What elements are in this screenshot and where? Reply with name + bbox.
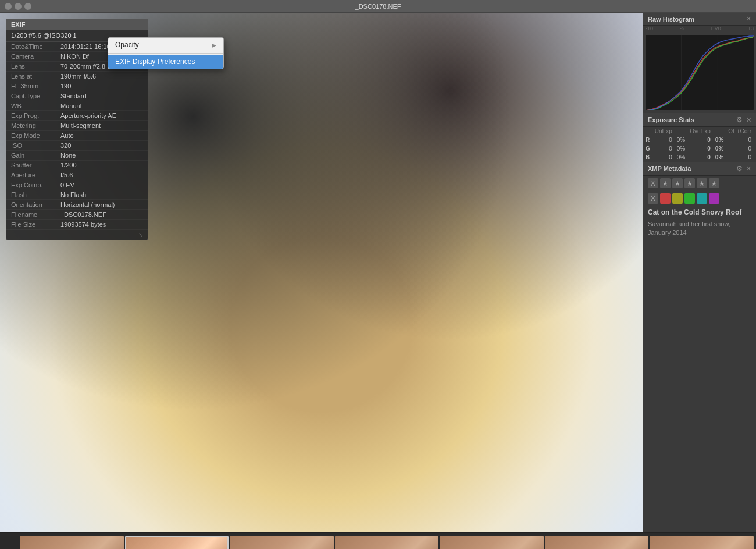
- filmstrip-images: _DSC0177.NEF_DSC0178.NEF_DSC0230.NEF_DSC…: [17, 533, 756, 549]
- exposure-oepct: 0%: [754, 144, 756, 153]
- exposure-oepct: 0%: [754, 153, 756, 162]
- exif-value: None: [56, 151, 148, 161]
- histogram-axis: -10 -5 EV0 +3: [643, 26, 756, 33]
- exif-row: ISO320: [6, 141, 148, 151]
- maximize-traffic-light[interactable]: [24, 3, 31, 10]
- exposure-col-unexp-pct: [675, 127, 687, 136]
- exif-row: Exp.ModeAuto: [6, 131, 148, 141]
- filmstrip-item[interactable]: _DSC0177.NEF: [20, 536, 124, 549]
- exif-row: Capt.TypeStandard: [6, 91, 148, 101]
- histogram-close-icon[interactable]: ✕: [746, 15, 751, 23]
- menu-item-exif-prefs[interactable]: EXIF Display Preferences: [108, 55, 223, 69]
- exposure-col-oveexp-pct: [713, 127, 726, 136]
- menu-item-opacity[interactable]: Opacity ▶: [108, 38, 223, 52]
- hist-axis-ev0: EV0: [711, 26, 721, 31]
- exif-label: Exp.Mode: [6, 131, 56, 141]
- exposure-col-oecorr: OE+Corr: [726, 127, 754, 136]
- histogram-header: Raw Histogram ✕: [643, 13, 756, 26]
- exif-label: Metering: [6, 121, 56, 131]
- exif-row: Aperturef/5.6: [6, 170, 148, 180]
- xmp-color-x-button[interactable]: X: [648, 193, 658, 204]
- traffic-lights: [5, 3, 31, 10]
- hist-axis-plus3: +3: [748, 26, 754, 31]
- xmp-rating-row: X ★ ★ ★ ★ ★: [643, 176, 756, 191]
- filmstrip-item[interactable]: _DSC0274.NEF: [545, 536, 649, 549]
- exposure-col-unexp: UnExp: [652, 127, 675, 136]
- exposure-overexp-pct: 0%: [713, 144, 726, 153]
- exposure-channel: B: [643, 153, 652, 162]
- xmp-color-teal[interactable]: [697, 193, 707, 204]
- exposure-oepct: 0%: [754, 136, 756, 144]
- filmstrip-thumbnail: [545, 536, 649, 549]
- exif-row: Exp.Prog.Aperture-priority AE: [6, 111, 148, 121]
- xmp-star-2[interactable]: ★: [672, 178, 683, 188]
- filmstrip-item[interactable]: _DSC0178.NEF: [125, 536, 229, 549]
- xmp-gear-icon[interactable]: ⚙: [736, 165, 743, 173]
- filmstrip-thumbnail: [335, 536, 439, 549]
- xmp-star-5[interactable]: ★: [709, 178, 719, 188]
- exif-label: Flash: [6, 190, 56, 200]
- image-viewer[interactable]: EXIF 1/200 f/5.6 @ISO320 1 Date&Time2014…: [0, 13, 643, 532]
- exif-row: Lens at190mm f/5.6: [6, 72, 148, 81]
- filmstrip-thumbnail: [650, 536, 754, 549]
- exif-label: Orientation: [6, 200, 56, 210]
- filmstrip-thumbnail-inner: [335, 536, 439, 549]
- xmp-color-purple[interactable]: [709, 193, 719, 204]
- filmstrip-item[interactable]: _DSC0284.NEF: [650, 536, 754, 549]
- histogram-panel: Raw Histogram ✕ -10 -5 EV0 +3: [643, 13, 756, 113]
- exif-label: Lens at: [6, 72, 56, 81]
- exposure-unexp-pct: 0%: [675, 136, 687, 144]
- exposure-oecorr: 0: [726, 153, 754, 162]
- filmstrip-thumbnail: [20, 536, 124, 549]
- xmp-star-1[interactable]: ★: [660, 178, 671, 188]
- menu-divider: [108, 53, 223, 54]
- exif-label: Lens: [6, 62, 56, 72]
- exif-label: Date&Time: [6, 42, 56, 52]
- exif-row: File Size19093574 bytes: [6, 220, 148, 230]
- exposure-overexp: 0: [687, 136, 713, 144]
- exposure-unexp: 0: [652, 136, 675, 144]
- xmp-star-4[interactable]: ★: [697, 178, 707, 188]
- filmstrip-thumbnail: [440, 536, 544, 549]
- exposure-controls: ⚙ ✕: [736, 116, 751, 124]
- filmstrip-item[interactable]: _DSC0234.NEF: [335, 536, 439, 549]
- menu-opacity-arrow: ▶: [212, 42, 216, 48]
- exposure-oecorr: 0: [726, 144, 754, 153]
- filmstrip-thumbnail-inner: [126, 537, 228, 549]
- hist-axis-neg5: -5: [680, 26, 684, 31]
- filmstrip-thumbnail-inner: [545, 536, 649, 549]
- exposure-overexp: 0: [687, 153, 713, 162]
- filmstrip-item[interactable]: _DSC0230.NEF: [230, 536, 334, 549]
- exposure-channel: R: [643, 136, 652, 144]
- close-traffic-light[interactable]: [5, 3, 12, 10]
- exif-value: Multi-segment: [56, 121, 148, 131]
- filmstrip-thumbnail-inner: [20, 536, 124, 549]
- exposure-unexp: 0: [652, 144, 675, 153]
- exif-value: Manual: [56, 101, 148, 111]
- exposure-col-channel: [643, 127, 652, 136]
- exif-table: Date&Time2014:01:21 16:10:10CameraNIKON …: [6, 42, 148, 230]
- xmp-x-button[interactable]: X: [648, 178, 658, 188]
- menu-exif-prefs-label: EXIF Display Preferences: [115, 58, 195, 66]
- xmp-color-olive[interactable]: [672, 193, 683, 204]
- xmp-close-icon[interactable]: ✕: [746, 165, 751, 173]
- menu-opacity-label: Opacity: [115, 41, 139, 49]
- exposure-row: G00%00%00%: [643, 144, 756, 153]
- histogram-svg: [646, 35, 754, 110]
- xmp-color-red[interactable]: [660, 193, 671, 204]
- main-area: EXIF 1/200 f/5.6 @ISO320 1 Date&Time2014…: [0, 13, 756, 532]
- exif-panel-title: EXIF: [11, 21, 25, 28]
- xmp-star-3[interactable]: ★: [684, 178, 695, 188]
- exif-value: Auto: [56, 131, 148, 141]
- minimize-traffic-light[interactable]: [15, 3, 22, 10]
- exif-value: Standard: [56, 91, 148, 101]
- filmstrip-item[interactable]: _DSC0248.NEF: [440, 536, 544, 549]
- exposure-close-icon[interactable]: ✕: [746, 116, 751, 124]
- exposure-row: B00%00%00%: [643, 153, 756, 162]
- exif-value: _DSC0178.NEF: [56, 210, 148, 220]
- exposure-gear-icon[interactable]: ⚙: [736, 116, 743, 124]
- exif-label: Aperture: [6, 170, 56, 180]
- xmp-color-green[interactable]: [684, 193, 695, 204]
- exif-row: MeteringMulti-segment: [6, 121, 148, 131]
- filmstrip: ✕ ⚙ _DSC0177.NEF_DSC0178.NEF_DSC0230.NEF…: [0, 532, 756, 549]
